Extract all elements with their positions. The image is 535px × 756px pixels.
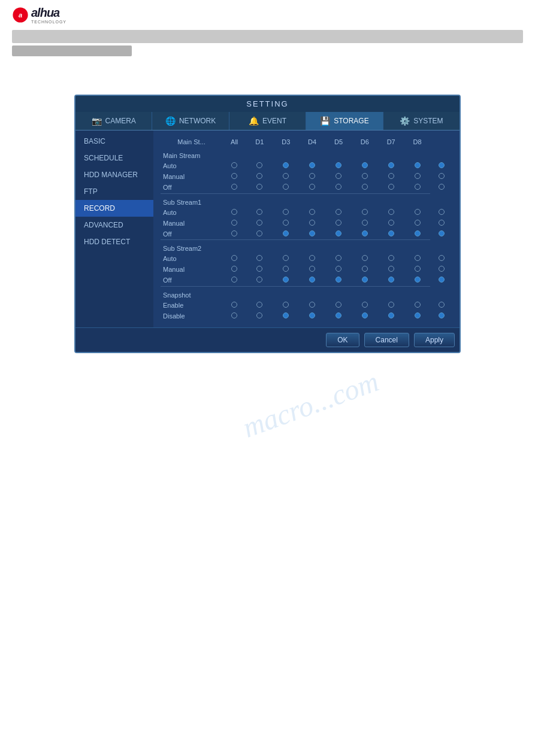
radio-d2[interactable] xyxy=(273,253,299,264)
radio-d4[interactable] xyxy=(325,171,352,182)
radio-d7[interactable] xyxy=(404,207,431,218)
radio-d8[interactable] xyxy=(430,207,452,218)
radio-d6[interactable] xyxy=(378,160,404,171)
radio-d3[interactable] xyxy=(299,300,325,311)
radio-d4[interactable] xyxy=(325,253,352,264)
radio-d7[interactable] xyxy=(404,275,431,286)
radio-d7[interactable] xyxy=(404,300,431,311)
radio-d2[interactable] xyxy=(273,207,299,218)
radio-d4[interactable] xyxy=(325,182,352,193)
radio-d2[interactable] xyxy=(273,171,299,182)
radio-all[interactable] xyxy=(222,207,247,218)
radio-d4[interactable] xyxy=(325,207,352,218)
radio-d8[interactable] xyxy=(430,218,452,229)
radio-all[interactable] xyxy=(222,300,247,311)
radio-d3[interactable] xyxy=(299,253,325,264)
sidebar-item-ftp[interactable]: FTP xyxy=(75,183,153,200)
radio-d3[interactable] xyxy=(299,311,325,321)
sidebar-item-schedule[interactable]: SCHEDULE xyxy=(75,150,153,166)
radio-d8[interactable] xyxy=(430,253,452,264)
radio-d6[interactable] xyxy=(378,229,404,239)
radio-d1[interactable] xyxy=(246,253,273,264)
radio-d1[interactable] xyxy=(246,311,273,321)
radio-d5[interactable] xyxy=(352,160,378,171)
radio-d8[interactable] xyxy=(430,160,452,171)
radio-d2[interactable] xyxy=(273,160,299,171)
radio-all[interactable] xyxy=(222,311,247,321)
tab-camera[interactable]: 📷 CAMERA xyxy=(75,112,152,130)
radio-d8[interactable] xyxy=(430,275,452,286)
radio-d6[interactable] xyxy=(378,253,404,264)
radio-d1[interactable] xyxy=(246,171,273,182)
radio-d1[interactable] xyxy=(246,229,273,239)
tab-system[interactable]: ⚙️ SYSTEM xyxy=(383,112,460,130)
radio-d4[interactable] xyxy=(325,275,352,286)
radio-d3[interactable] xyxy=(299,264,325,275)
radio-d6[interactable] xyxy=(378,264,404,275)
radio-d2[interactable] xyxy=(273,275,299,286)
radio-d2[interactable] xyxy=(273,182,299,193)
tab-storage[interactable]: 💾 STORAGE xyxy=(306,112,383,130)
radio-d6[interactable] xyxy=(378,218,404,229)
sidebar-item-hdd-manager[interactable]: HDD MANAGER xyxy=(75,166,153,183)
radio-d8[interactable] xyxy=(430,229,452,239)
radio-d5[interactable] xyxy=(352,218,378,229)
radio-d1[interactable] xyxy=(246,218,273,229)
radio-d1[interactable] xyxy=(246,264,273,275)
radio-d7[interactable] xyxy=(404,160,431,171)
radio-d6[interactable] xyxy=(378,182,404,193)
sidebar-item-basic[interactable]: BASIC xyxy=(75,133,153,150)
radio-d4[interactable] xyxy=(325,229,352,239)
radio-d7[interactable] xyxy=(404,253,431,264)
radio-d3[interactable] xyxy=(299,182,325,193)
radio-d4[interactable] xyxy=(325,311,352,321)
radio-d5[interactable] xyxy=(352,311,378,321)
radio-d7[interactable] xyxy=(404,264,431,275)
radio-d1[interactable] xyxy=(246,275,273,286)
radio-d1[interactable] xyxy=(246,160,273,171)
radio-d4[interactable] xyxy=(325,160,352,171)
radio-d5[interactable] xyxy=(352,300,378,311)
radio-d1[interactable] xyxy=(246,182,273,193)
radio-d1[interactable] xyxy=(246,207,273,218)
tab-event[interactable]: 🔔 EVENT xyxy=(229,112,306,130)
radio-all[interactable] xyxy=(222,229,247,239)
ok-button[interactable]: OK xyxy=(326,333,359,347)
radio-d6[interactable] xyxy=(378,300,404,311)
radio-d1[interactable] xyxy=(246,300,273,311)
radio-d3[interactable] xyxy=(299,275,325,286)
radio-all[interactable] xyxy=(222,218,247,229)
radio-all[interactable] xyxy=(222,182,247,193)
radio-d5[interactable] xyxy=(352,229,378,239)
radio-d3[interactable] xyxy=(299,207,325,218)
sidebar-item-hdd-detect[interactable]: HDD DETECT xyxy=(75,233,153,250)
tab-network[interactable]: 🌐 NETWORK xyxy=(152,112,229,130)
radio-d2[interactable] xyxy=(273,229,299,239)
radio-d2[interactable] xyxy=(273,300,299,311)
radio-d8[interactable] xyxy=(430,311,452,321)
radio-d6[interactable] xyxy=(378,171,404,182)
radio-d3[interactable] xyxy=(299,160,325,171)
radio-d5[interactable] xyxy=(352,207,378,218)
radio-d2[interactable] xyxy=(273,218,299,229)
radio-d5[interactable] xyxy=(352,264,378,275)
radio-d7[interactable] xyxy=(404,218,431,229)
radio-all[interactable] xyxy=(222,275,247,286)
radio-d5[interactable] xyxy=(352,182,378,193)
radio-d3[interactable] xyxy=(299,229,325,239)
radio-all[interactable] xyxy=(222,171,247,182)
radio-d7[interactable] xyxy=(404,171,431,182)
sidebar-item-record[interactable]: RECORD xyxy=(75,200,153,217)
radio-d4[interactable] xyxy=(325,218,352,229)
radio-d4[interactable] xyxy=(325,300,352,311)
radio-d5[interactable] xyxy=(352,171,378,182)
radio-d2[interactable] xyxy=(273,311,299,321)
radio-d8[interactable] xyxy=(430,300,452,311)
radio-all[interactable] xyxy=(222,253,247,264)
radio-d7[interactable] xyxy=(404,229,431,239)
cancel-button[interactable]: Cancel xyxy=(364,333,409,347)
radio-d5[interactable] xyxy=(352,253,378,264)
radio-d4[interactable] xyxy=(325,264,352,275)
radio-d7[interactable] xyxy=(404,182,431,193)
radio-d2[interactable] xyxy=(273,264,299,275)
